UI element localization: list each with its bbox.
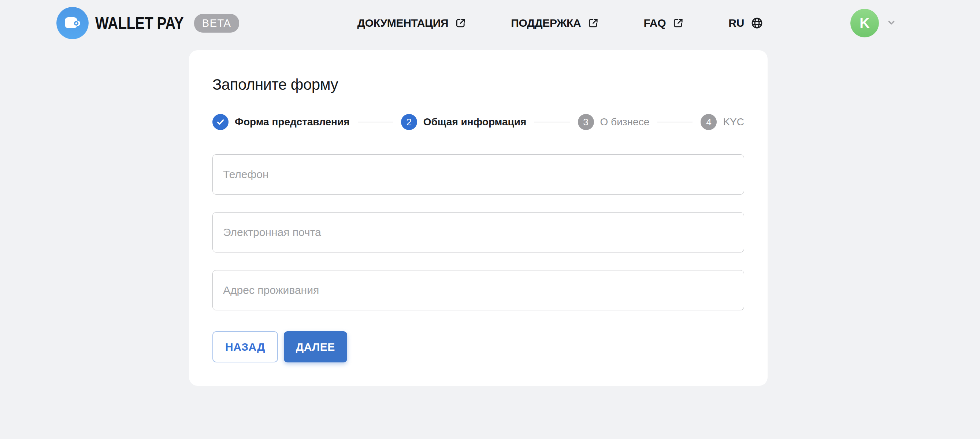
step-1-label: Форма представления <box>235 116 350 128</box>
wallet-logo-icon <box>56 7 89 39</box>
nav-item-label: ДОКУМЕНТАЦИЯ <box>358 17 449 29</box>
globe-icon <box>750 16 764 30</box>
step-3-label: О бизнесе <box>600 116 650 128</box>
external-link-icon <box>587 17 600 29</box>
address-input[interactable] <box>212 270 744 310</box>
nav-item-label: ПОДДЕРЖКА <box>511 17 581 29</box>
stepper-step-4[interactable]: 4 KYC <box>701 114 744 130</box>
chevron-down-icon[interactable] <box>886 16 897 30</box>
stepper-step-3[interactable]: 3 О бизнесе <box>578 114 650 130</box>
step-4-label: KYC <box>723 116 744 128</box>
email-input[interactable] <box>212 212 744 252</box>
avatar-initial: K <box>859 15 869 31</box>
step-connector <box>657 122 692 122</box>
form-card: Заполните форму Форма представления 2 Об… <box>189 50 768 386</box>
stepper-step-2[interactable]: 2 Общая информация <box>401 114 527 130</box>
nav-item-support[interactable]: ПОДДЕРЖКА <box>511 17 600 29</box>
user-menu[interactable]: K <box>850 9 897 37</box>
beta-badge: BETA <box>194 14 240 33</box>
nav-item-documentation[interactable]: ДОКУМЕНТАЦИЯ <box>358 17 467 29</box>
user-avatar[interactable]: K <box>850 9 879 37</box>
stepper: Форма представления 2 Общая информация 3… <box>212 114 744 130</box>
step-3-indicator: 3 <box>578 114 594 130</box>
external-link-icon <box>455 17 467 29</box>
step-connector <box>358 122 393 122</box>
brand[interactable]: WALLET PAY BETA <box>56 7 239 39</box>
brand-name: WALLET PAY <box>95 13 183 33</box>
step-2-indicator: 2 <box>401 114 417 130</box>
step-connector <box>534 122 570 122</box>
phone-input[interactable] <box>212 154 744 195</box>
back-button[interactable]: НАЗАД <box>212 331 278 362</box>
step-1-check-icon <box>212 114 229 130</box>
form-actions: НАЗАД ДАЛЕЕ <box>212 331 744 362</box>
app-header: WALLET PAY BETA ДОКУМЕНТАЦИЯ ПОДДЕРЖКА <box>0 0 980 46</box>
external-link-icon <box>672 17 684 29</box>
nav-item-faq[interactable]: FAQ <box>643 17 684 29</box>
header-nav: ДОКУМЕНТАЦИЯ ПОДДЕРЖКА FAQ <box>358 16 764 30</box>
step-4-indicator: 4 <box>701 114 717 130</box>
page-title: Заполните форму <box>212 76 744 93</box>
language-switcher[interactable]: RU <box>729 16 764 30</box>
next-button[interactable]: ДАЛЕЕ <box>284 331 347 362</box>
nav-item-label: FAQ <box>643 17 666 29</box>
language-code: RU <box>729 17 744 29</box>
step-2-label: Общая информация <box>423 116 527 128</box>
stepper-step-1[interactable]: Форма представления <box>212 114 350 130</box>
form-fields <box>212 154 744 310</box>
